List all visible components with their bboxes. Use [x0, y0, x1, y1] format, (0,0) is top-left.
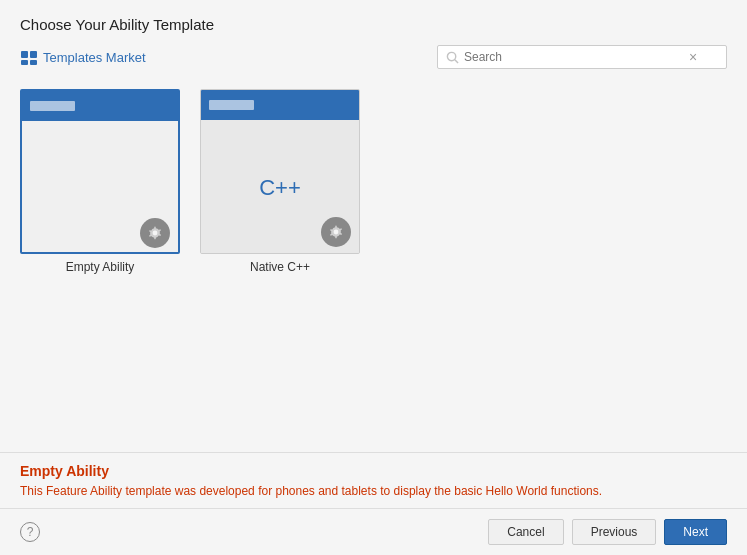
footer-right: Cancel Previous Next [488, 519, 727, 545]
dialog: Choose Your Ability Template Templates M… [0, 0, 747, 555]
dialog-title: Choose Your Ability Template [20, 16, 727, 33]
description-text: This Feature Ability template was develo… [20, 484, 727, 498]
top-bar-rect [30, 101, 75, 111]
template-body-cpp: C++ [201, 120, 359, 254]
search-icon [446, 51, 459, 64]
toolbar: Templates Market × [20, 45, 727, 69]
footer: ? Cancel Previous Next [0, 508, 747, 555]
description-area: Empty Ability This Feature Ability templ… [0, 452, 747, 508]
svg-line-5 [455, 59, 458, 62]
template-card-native-cpp[interactable]: C++ Native C++ [200, 89, 360, 274]
template-thumbnail-empty-ability [20, 89, 180, 254]
content-area: Empty Ability C++ [0, 79, 747, 442]
search-input[interactable] [464, 50, 684, 64]
template-card-empty-ability[interactable]: Empty Ability [20, 89, 180, 274]
template-top-bar [22, 91, 178, 121]
template-thumbnail-native-cpp: C++ [200, 89, 360, 254]
top-bar-rect-cpp [209, 100, 254, 110]
svg-rect-2 [21, 60, 28, 65]
templates-market-label: Templates Market [43, 50, 146, 65]
search-clear-button[interactable]: × [689, 50, 697, 64]
svg-point-4 [447, 52, 455, 60]
dialog-header: Choose Your Ability Template Templates M… [0, 0, 747, 79]
cpp-label: C++ [259, 175, 301, 201]
template-top-bar-cpp [201, 90, 359, 120]
template-label-empty-ability: Empty Ability [66, 260, 135, 274]
footer-left: ? [20, 522, 40, 542]
next-button[interactable]: Next [664, 519, 727, 545]
template-body-empty [22, 121, 178, 254]
cancel-button[interactable]: Cancel [488, 519, 563, 545]
gear-badge-empty [140, 218, 170, 248]
gear-badge-cpp [321, 217, 351, 247]
templates-grid: Empty Ability C++ [20, 89, 727, 274]
svg-rect-3 [30, 60, 37, 65]
search-box: × [437, 45, 727, 69]
templates-market-link[interactable]: Templates Market [20, 48, 146, 66]
svg-rect-1 [30, 51, 37, 58]
svg-rect-0 [21, 51, 28, 58]
previous-button[interactable]: Previous [572, 519, 657, 545]
template-label-native-cpp: Native C++ [250, 260, 310, 274]
help-button[interactable]: ? [20, 522, 40, 542]
description-title: Empty Ability [20, 463, 727, 479]
market-icon [20, 48, 38, 66]
